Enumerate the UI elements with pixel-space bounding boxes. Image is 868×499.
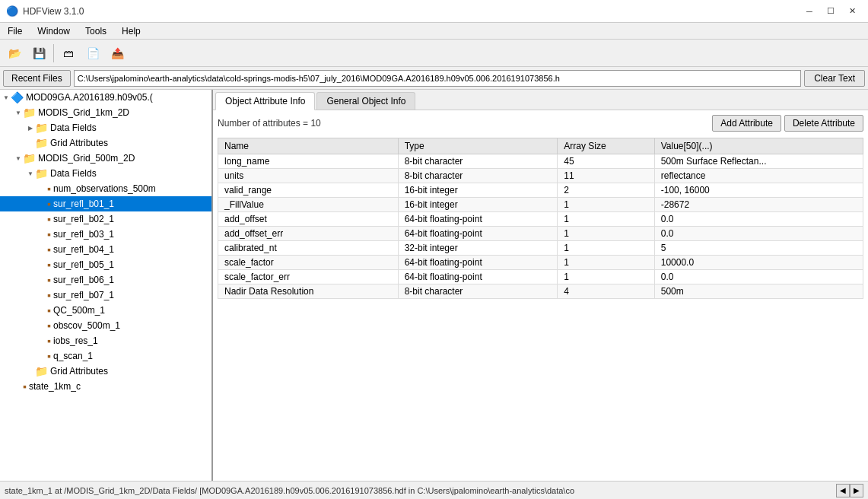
tree-row-state1km[interactable]: ▶ ▪ state_1km_c bbox=[0, 379, 211, 394]
dataset-icon: ▪ bbox=[47, 213, 51, 225]
tree-row-qc-500m[interactable]: ▶ ▪ QC_500m_1 bbox=[0, 303, 211, 318]
menu-file[interactable]: File bbox=[0, 24, 30, 38]
status-text: state_1km_1 at /MODIS_Grid_1km_2D/Data F… bbox=[5, 486, 836, 495]
tree-row-gridattr1[interactable]: ▶ 📁 Grid Attributes bbox=[0, 135, 211, 151]
table-row[interactable]: units8-bit character11reflectance bbox=[218, 169, 863, 183]
tree-row-sur-b04[interactable]: ▶ ▪ sur_refl_b04_1 bbox=[0, 242, 211, 257]
tab-object-attr[interactable]: Object Attribute Info bbox=[215, 92, 315, 110]
tree-row-obscov[interactable]: ▶ ▪ obscov_500m_1 bbox=[0, 318, 211, 333]
cell-value: -100, 16000 bbox=[654, 183, 863, 198]
filepath-bar: Recent Files Clear Text bbox=[0, 67, 868, 90]
maximize-button[interactable]: ☐ bbox=[821, 4, 841, 19]
tree-row-sur-b05[interactable]: ▶ ▪ sur_refl_b05_1 bbox=[0, 257, 211, 272]
tree-row-datafields1[interactable]: ▶ 📁 Data Fields bbox=[0, 120, 211, 135]
recent-files-button[interactable]: Recent Files bbox=[3, 70, 71, 87]
tree-row-sur-b03[interactable]: ▶ ▪ sur_refl_b03_1 bbox=[0, 227, 211, 242]
minimize-button[interactable]: ─ bbox=[800, 4, 819, 19]
table-row[interactable]: add_offset64-bit floating-point10.0 bbox=[218, 212, 863, 227]
table-row[interactable]: long_name8-bit character45500m Surface R… bbox=[218, 154, 863, 169]
cell-type: 8-bit character bbox=[398, 154, 558, 169]
table-row[interactable]: scale_factor_err64-bit floating-point10.… bbox=[218, 270, 863, 284]
open-db-button[interactable]: 🗃 bbox=[57, 43, 80, 64]
table-row[interactable]: calibrated_nt32-bit integer15 bbox=[218, 241, 863, 256]
status-bar: state_1km_1 at /MODIS_Grid_1km_2D/Data F… bbox=[0, 481, 868, 499]
open-folder-button[interactable]: 📂 bbox=[3, 43, 26, 64]
table-row[interactable]: scale_factor64-bit floating-point110000.… bbox=[218, 256, 863, 270]
tree-row-iobs-res[interactable]: ▶ ▪ iobs_res_1 bbox=[0, 333, 211, 348]
menu-window[interactable]: Window bbox=[30, 24, 78, 38]
table-row[interactable]: valid_range16-bit integer2-100, 16000 bbox=[218, 183, 863, 198]
cell-name: valid_range bbox=[218, 183, 399, 198]
cell-array_size: 4 bbox=[558, 284, 654, 299]
cell-name: units bbox=[218, 169, 399, 183]
tree-label-state1km: state_1km_c bbox=[29, 381, 81, 392]
cell-array_size: 1 bbox=[558, 212, 654, 227]
filepath-input[interactable] bbox=[74, 70, 801, 87]
dataset-icon: ▪ bbox=[47, 289, 51, 301]
new-button[interactable]: 📄 bbox=[81, 43, 104, 64]
tree-panel: ▼ 🔷 MOD09GA.A2016189.h09v05.( ▼ 📁 MODIS_… bbox=[0, 90, 213, 481]
clear-text-button[interactable]: Clear Text bbox=[804, 70, 865, 87]
export-button[interactable]: 📤 bbox=[106, 43, 129, 64]
add-attribute-button[interactable]: Add Attribute bbox=[712, 115, 781, 132]
table-row[interactable]: Nadir Data Resolution8-bit character4500… bbox=[218, 284, 863, 299]
col-value: Value[50](...) bbox=[654, 138, 863, 154]
dataset-icon: ▪ bbox=[47, 350, 51, 362]
tree-row-num-obs[interactable]: ▶ ▪ num_observations_500m bbox=[0, 181, 211, 196]
cell-type: 8-bit character bbox=[398, 169, 558, 183]
menu-bar: File Window Tools Help bbox=[0, 23, 868, 40]
table-row[interactable]: add_offset_err64-bit floating-point10.0 bbox=[218, 227, 863, 241]
dataset-icon: ▪ bbox=[47, 183, 51, 195]
save-button[interactable]: 💾 bbox=[27, 43, 50, 64]
tabs: Object Attribute Info General Object Inf… bbox=[213, 90, 868, 110]
col-name: Name bbox=[218, 138, 399, 154]
tree-label-sur-b01: sur_refl_b01_1 bbox=[53, 199, 114, 209]
app-icon: 🔵 bbox=[6, 5, 18, 17]
cell-array_size: 11 bbox=[558, 169, 654, 183]
cell-type: 16-bit integer bbox=[398, 198, 558, 212]
attr-header: Number of attributes = 10 Add Attribute … bbox=[218, 115, 863, 132]
expander-grid500m[interactable]: ▼ bbox=[14, 154, 23, 163]
attr-panel: Number of attributes = 10 Add Attribute … bbox=[213, 110, 868, 481]
tree-label-grid500m: MODIS_Grid_500m_2D bbox=[38, 153, 135, 164]
cell-name: _FillValue bbox=[218, 198, 399, 212]
status-scroll-left[interactable]: ◀ bbox=[836, 484, 850, 497]
status-scroll-right[interactable]: ▶ bbox=[850, 484, 863, 497]
tree-label-gridattr1: Grid Attributes bbox=[50, 138, 108, 148]
tree-node-root: ▼ 🔷 MOD09GA.A2016189.h09v05.( ▼ 📁 MODIS_… bbox=[0, 90, 211, 394]
tree-row-q-scan[interactable]: ▶ ▪ q_scan_1 bbox=[0, 348, 211, 364]
cell-name: scale_factor bbox=[218, 256, 399, 270]
cell-name: calibrated_nt bbox=[218, 241, 399, 256]
menu-help[interactable]: Help bbox=[114, 24, 148, 38]
tree-row-sur-b07[interactable]: ▶ ▪ sur_refl_b07_1 bbox=[0, 288, 211, 303]
close-button[interactable]: ✕ bbox=[842, 4, 862, 19]
tab-general-obj[interactable]: General Object Info bbox=[316, 92, 415, 110]
dataset-icon: ▪ bbox=[23, 380, 27, 393]
tree-label-sur-b06: sur_refl_b06_1 bbox=[53, 275, 114, 285]
cell-array_size: 1 bbox=[558, 256, 654, 270]
tree-row-root[interactable]: ▼ 🔷 MOD09GA.A2016189.h09v05.( bbox=[0, 90, 211, 105]
expander-df2[interactable]: ▼ bbox=[26, 169, 35, 178]
toolbar: 📂 💾 🗃 📄 📤 bbox=[0, 40, 868, 67]
table-row[interactable]: _FillValue16-bit integer1-28672 bbox=[218, 198, 863, 212]
cell-name: add_offset bbox=[218, 212, 399, 227]
tree-label-sur-b07: sur_refl_b07_1 bbox=[53, 290, 114, 300]
tree-row-datafields2[interactable]: ▼ 📁 Data Fields bbox=[0, 166, 211, 181]
tree-row-sur-b02[interactable]: ▶ ▪ sur_refl_b02_1 bbox=[0, 211, 211, 227]
right-panel: Object Attribute Info General Object Inf… bbox=[213, 90, 868, 481]
cell-value: reflectance bbox=[654, 169, 863, 183]
tree-row-sur-b01[interactable]: ▶ ▪ sur_refl_b01_1 bbox=[0, 196, 211, 211]
expander-df1[interactable]: ▶ bbox=[26, 123, 35, 132]
tree-row-grid1km[interactable]: ▼ 📁 MODIS_Grid_1km_2D bbox=[0, 105, 211, 120]
delete-attribute-button[interactable]: Delete Attribute bbox=[784, 115, 863, 132]
menu-tools[interactable]: Tools bbox=[78, 24, 114, 38]
tree-node-grid1km: ▼ 📁 MODIS_Grid_1km_2D ▶ 📁 Data Fields ▶ bbox=[0, 105, 211, 151]
tree-row-sur-b06[interactable]: ▶ ▪ sur_refl_b06_1 bbox=[0, 272, 211, 288]
window-controls: ─ ☐ ✕ bbox=[800, 4, 862, 19]
tree-row-grid500m[interactable]: ▼ 📁 MODIS_Grid_500m_2D bbox=[0, 151, 211, 166]
dataset-icon: ▪ bbox=[47, 319, 51, 332]
expander-root[interactable]: ▼ bbox=[2, 93, 11, 102]
cell-value: 0.0 bbox=[654, 270, 863, 284]
expander-grid1km[interactable]: ▼ bbox=[14, 108, 23, 117]
tree-row-gridattr2[interactable]: ▶ 📁 Grid Attributes bbox=[0, 364, 211, 379]
